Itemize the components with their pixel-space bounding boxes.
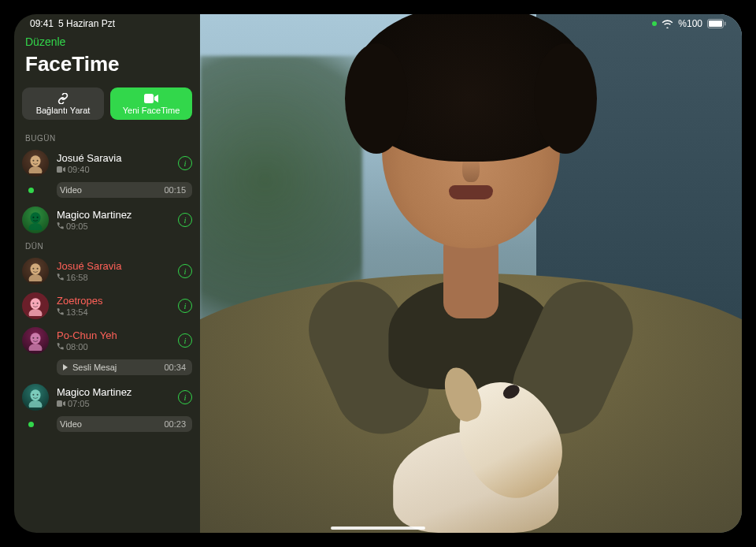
attachment-label: Video <box>60 419 159 429</box>
svg-point-10 <box>29 223 43 230</box>
video-message-row[interactable]: Video00:15 <box>57 182 192 198</box>
svg-point-13 <box>31 263 41 274</box>
avatar <box>22 207 49 233</box>
ipad-device-frame: 09:41 5 Haziran Pzt %100 Düzenle F <box>0 0 756 547</box>
video-message-row[interactable]: Video00:23 <box>57 416 192 432</box>
avatar <box>22 258 49 285</box>
svg-point-15 <box>32 268 34 270</box>
call-item[interactable]: Magico Martinez07:05i <box>14 380 200 415</box>
video-icon <box>57 165 65 174</box>
call-time: 07:05 <box>68 399 90 408</box>
call-time: 09:40 <box>68 165 90 174</box>
video-icon <box>144 92 158 104</box>
call-info: Magico Martinez09:05 <box>57 209 170 232</box>
svg-point-25 <box>31 389 41 400</box>
call-info: Po-Chun Yeh08:00 <box>57 329 170 352</box>
info-button[interactable]: i <box>178 264 192 278</box>
svg-point-4 <box>31 155 41 166</box>
info-button[interactable]: i <box>178 156 192 170</box>
svg-point-22 <box>29 344 43 351</box>
call-meta: 08:00 <box>57 342 170 352</box>
svg-point-16 <box>37 268 39 270</box>
call-time: 13:54 <box>66 307 88 317</box>
call-name: Josué Saravia <box>57 152 170 165</box>
create-link-button[interactable]: Bağlantı Yarat <box>22 87 104 120</box>
svg-point-5 <box>29 166 43 173</box>
svg-point-24 <box>37 337 39 339</box>
svg-point-7 <box>37 160 39 162</box>
edit-button[interactable]: Düzenle <box>25 35 65 48</box>
call-meta: 07:05 <box>57 399 170 408</box>
video-icon <box>57 399 65 408</box>
sidebar-header: Düzenle FaceTime <box>14 32 200 83</box>
call-name: Po-Chun Yeh <box>57 329 170 342</box>
call-item[interactable]: Magico Martinez09:05i <box>14 203 200 237</box>
info-button[interactable]: i <box>178 333 192 348</box>
avatar <box>22 327 49 354</box>
avatar <box>22 150 49 177</box>
call-time: 08:00 <box>66 342 88 352</box>
svg-point-19 <box>32 303 34 304</box>
call-info: Josué Saravia09:40 <box>57 152 170 175</box>
phone-icon <box>57 307 64 317</box>
attachment-duration: 00:23 <box>164 419 186 429</box>
phone-icon <box>57 273 64 282</box>
svg-point-9 <box>31 212 41 223</box>
svg-rect-3 <box>144 94 154 103</box>
play-icon <box>63 364 68 370</box>
call-name: Zoetropes <box>57 295 170 307</box>
svg-rect-8 <box>57 166 62 173</box>
call-name: Magico Martinez <box>57 386 170 399</box>
phone-icon <box>57 342 64 352</box>
recent-calls-list[interactable]: BUGÜNJosué Saravia09:40iVideo00:15Magico… <box>14 129 200 533</box>
info-button[interactable]: i <box>178 390 192 404</box>
new-facetime-label: Yeni FaceTime <box>123 106 180 115</box>
svg-point-12 <box>37 217 39 218</box>
section-label: BUGÜN <box>14 129 200 146</box>
create-link-label: Bağlantı Yarat <box>36 106 91 115</box>
svg-point-6 <box>32 160 34 162</box>
call-time: 09:05 <box>66 221 88 231</box>
app-title: FaceTime <box>25 52 189 76</box>
info-button[interactable]: i <box>178 299 192 313</box>
home-indicator[interactable] <box>331 527 425 530</box>
call-name: Josué Saravia <box>57 260 170 273</box>
svg-point-26 <box>29 400 43 407</box>
remote-video-frame <box>200 14 742 533</box>
svg-point-20 <box>37 303 39 304</box>
voice-message-row[interactable]: Sesli Mesaj00:34 <box>57 359 192 375</box>
svg-point-14 <box>29 274 43 281</box>
svg-point-23 <box>32 337 34 339</box>
video-call-area[interactable] <box>200 14 742 533</box>
svg-point-18 <box>29 309 43 316</box>
call-info: Josué Saravia16:58 <box>57 260 170 283</box>
section-label: DÜN <box>14 237 200 254</box>
call-name: Magico Martinez <box>57 209 170 221</box>
call-meta: 13:54 <box>57 307 170 317</box>
svg-point-11 <box>32 217 34 218</box>
new-facetime-button[interactable]: Yeni FaceTime <box>110 87 192 120</box>
call-item[interactable]: Josué Saravia16:58i <box>14 254 200 288</box>
svg-rect-29 <box>57 400 62 407</box>
call-meta: 09:40 <box>57 165 170 174</box>
call-info: Magico Martinez07:05 <box>57 386 170 409</box>
call-item[interactable]: Zoetropes13:54i <box>14 288 200 323</box>
call-item[interactable]: Po-Chun Yeh08:00i <box>14 323 200 358</box>
phone-icon <box>57 221 64 231</box>
action-buttons: Bağlantı Yarat Yeni FaceTime <box>14 83 200 129</box>
attachment-duration: 00:15 <box>164 185 186 195</box>
avatar <box>22 384 49 411</box>
link-icon <box>57 92 69 104</box>
call-item[interactable]: Josué Saravia09:40i <box>14 146 200 180</box>
attachment-label: Sesli Mesaj <box>72 363 159 372</box>
call-meta: 09:05 <box>57 221 170 231</box>
svg-point-17 <box>31 298 41 309</box>
call-meta: 16:58 <box>57 273 170 282</box>
svg-point-27 <box>32 394 34 396</box>
info-button[interactable]: i <box>178 213 192 227</box>
call-info: Zoetropes13:54 <box>57 295 170 318</box>
attachment-duration: 00:34 <box>164 363 186 372</box>
call-time: 16:58 <box>66 273 88 282</box>
svg-point-21 <box>31 333 41 344</box>
attachment-label: Video <box>60 185 159 195</box>
